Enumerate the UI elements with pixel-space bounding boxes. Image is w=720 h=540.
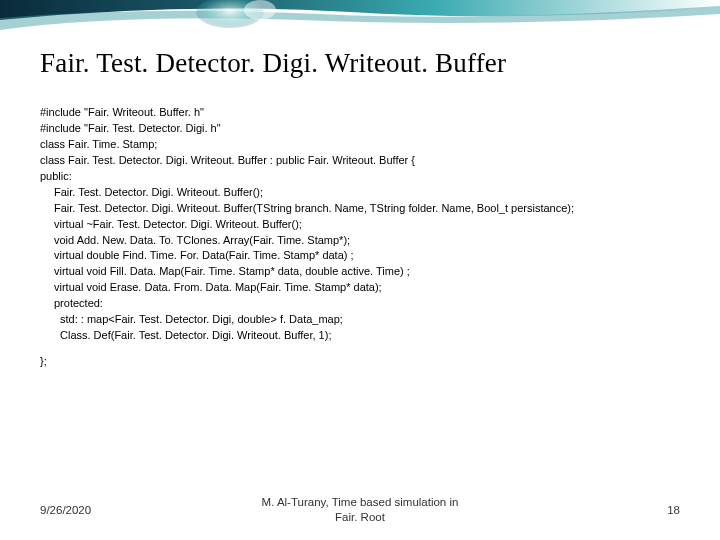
code-line: protected: (40, 296, 680, 312)
code-line: Fair. Test. Detector. Digi. Writeout. Bu… (40, 185, 680, 201)
code-line: class Fair. Test. Detector. Digi. Writeo… (40, 153, 680, 169)
code-line: class Fair. Time. Stamp; (40, 137, 680, 153)
code-line: virtual void Fill. Data. Map(Fair. Time.… (40, 264, 680, 280)
footer-attribution: M. Al-Turany, Time based simulation in F… (140, 495, 580, 526)
footer-line2: Fair. Root (140, 510, 580, 526)
slide-header-graphic (0, 0, 720, 38)
code-line: #include "Fair. Test. Detector. Digi. h" (40, 121, 680, 137)
code-listing: #include "Fair. Writeout. Buffer. h" #in… (40, 105, 680, 370)
code-line: public: (40, 169, 680, 185)
footer-page-number: 18 (580, 504, 680, 516)
footer-line1: M. Al-Turany, Time based simulation in (140, 495, 580, 511)
footer-date: 9/26/2020 (40, 504, 140, 516)
code-line: virtual double Find. Time. For. Data(Fai… (40, 248, 680, 264)
slide-footer: 9/26/2020 M. Al-Turany, Time based simul… (0, 495, 720, 526)
svg-point-1 (244, 0, 276, 20)
code-line: std: : map<Fair. Test. Detector. Digi, d… (40, 312, 680, 328)
code-line: Class. Def(Fair. Test. Detector. Digi. W… (40, 328, 680, 344)
code-line: void Add. New. Data. To. TClones. Array(… (40, 233, 680, 249)
code-line: #include "Fair. Writeout. Buffer. h" (40, 105, 680, 121)
code-line: virtual void Erase. Data. From. Data. Ma… (40, 280, 680, 296)
slide-title: Fair. Test. Detector. Digi. Writeout. Bu… (40, 48, 680, 79)
slide-content: Fair. Test. Detector. Digi. Writeout. Bu… (0, 38, 720, 370)
code-line: }; (40, 354, 680, 370)
code-line: virtual ~Fair. Test. Detector. Digi. Wri… (40, 217, 680, 233)
code-line: Fair. Test. Detector. Digi. Writeout. Bu… (40, 201, 680, 217)
